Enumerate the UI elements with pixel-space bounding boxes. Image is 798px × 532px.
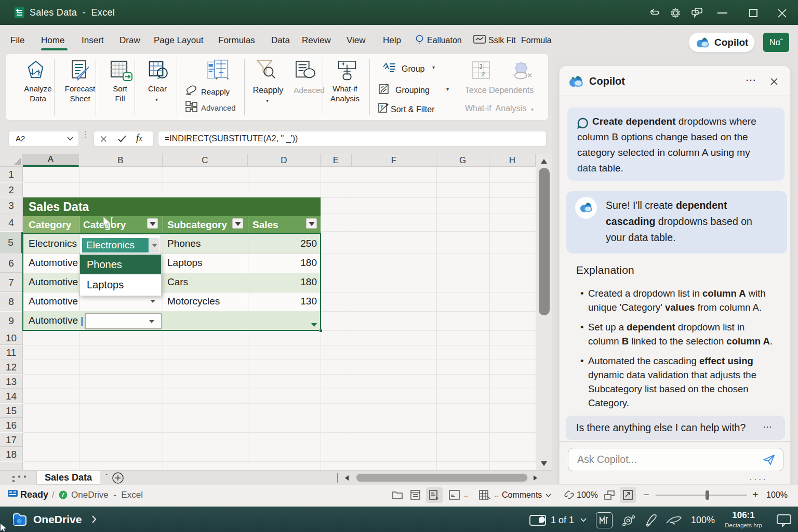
- svg-text:a: a: [385, 83, 388, 87]
- svg-text:z: z: [380, 89, 382, 94]
- svg-text:1: 1: [161, 71, 164, 76]
